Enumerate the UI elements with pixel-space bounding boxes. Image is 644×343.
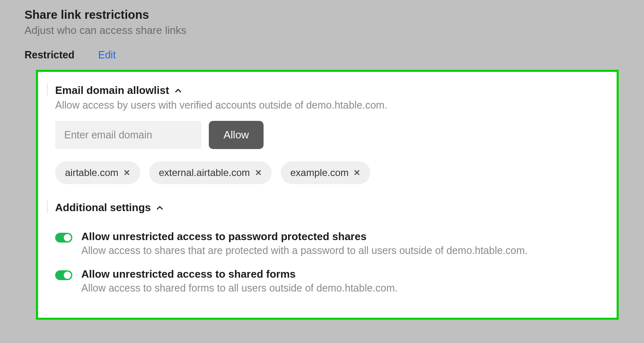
setting-title: Allow unrestricted access to password pr… (81, 230, 599, 243)
allowlist-section: Email domain allowlist Allow access by u… (55, 84, 599, 184)
domain-chip: example.com ✕ (281, 161, 371, 184)
allowlist-header[interactable]: Email domain allowlist (55, 84, 599, 97)
domain-chip: airtable.com ✕ (55, 161, 140, 184)
page-title: Share link restrictions (25, 8, 619, 22)
edit-link[interactable]: Edit (98, 49, 116, 61)
domain-chip: external.airtable.com ✕ (149, 161, 272, 184)
page-subtitle: Adjust who can access share links (25, 24, 619, 37)
setting-item: Allow unrestricted access to shared form… (55, 268, 599, 294)
domain-input[interactable] (55, 121, 201, 149)
additional-settings-section: Additional settings Allow unrestricted a… (55, 201, 599, 294)
chevron-up-icon (175, 87, 181, 94)
status-label: Restricted (25, 49, 74, 61)
close-icon[interactable]: ✕ (123, 169, 130, 177)
domain-chip-label: external.airtable.com (159, 167, 250, 178)
setting-description: Allow access to shares that are protecte… (81, 245, 599, 256)
setting-title: Allow unrestricted access to shared form… (81, 268, 599, 281)
chevron-up-icon (157, 205, 163, 211)
allowlist-title: Email domain allowlist (55, 84, 169, 97)
domain-chip-label: airtable.com (65, 167, 119, 178)
section-divider (47, 83, 48, 96)
domain-input-row: Allow (55, 121, 599, 149)
toggle-shared-forms[interactable] (55, 270, 72, 280)
close-icon[interactable]: ✕ (353, 169, 360, 177)
allow-button[interactable]: Allow (209, 121, 264, 149)
additional-settings-header[interactable]: Additional settings (55, 201, 599, 214)
domain-chips: airtable.com ✕ external.airtable.com ✕ e… (55, 161, 599, 184)
section-divider (47, 200, 48, 213)
setting-text: Allow unrestricted access to shared form… (81, 268, 599, 294)
setting-text: Allow unrestricted access to password pr… (81, 230, 599, 256)
status-row: Restricted Edit (25, 49, 619, 61)
toggle-password-shares[interactable] (55, 233, 72, 243)
allowlist-description: Allow access by users with verified acco… (55, 99, 599, 111)
settings-panel: Email domain allowlist Allow access by u… (36, 70, 619, 320)
setting-item: Allow unrestricted access to password pr… (55, 230, 599, 256)
additional-settings-title: Additional settings (55, 201, 151, 214)
domain-chip-label: example.com (291, 167, 349, 178)
close-icon[interactable]: ✕ (255, 169, 262, 177)
setting-description: Allow access to shared forms to all user… (81, 282, 599, 294)
